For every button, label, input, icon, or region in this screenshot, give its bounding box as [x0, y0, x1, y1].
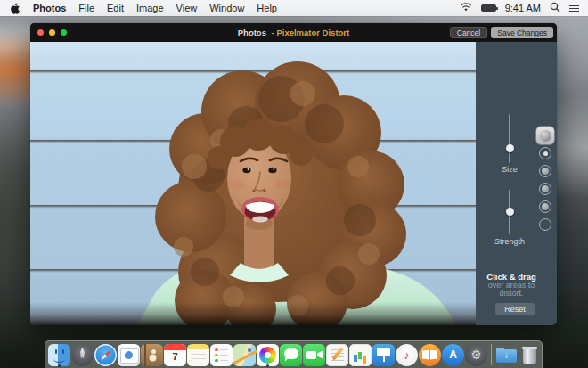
traffic-lights — [30, 29, 67, 36]
spotlight-search-icon[interactable] — [550, 2, 560, 14]
menu-app-name[interactable]: Photos — [33, 3, 66, 13]
restore-tool-icon — [539, 218, 551, 231]
pinch-tool-icon — [539, 147, 551, 159]
window-title-separator: - — [272, 28, 274, 37]
dock-reminders-icon[interactable] — [210, 344, 233, 366]
dock-calendar-icon[interactable]: 7 — [164, 344, 186, 366]
dock-messages-icon[interactable] — [280, 344, 302, 366]
dock-downloads-folder-icon[interactable]: ↓ — [495, 344, 518, 366]
dock-photos-icon[interactable] — [257, 344, 279, 366]
size-slider-label: Size — [481, 165, 538, 174]
dock-maps-icon[interactable] — [233, 344, 256, 366]
warp-tool-button[interactable] — [536, 198, 554, 216]
dock-safari-icon[interactable] — [94, 344, 117, 366]
music-note-icon: ♪ — [404, 348, 410, 362]
size-slider-track[interactable] — [509, 114, 510, 163]
hint-line-3: distort. — [476, 290, 547, 298]
save-changes-button[interactable]: Save Changes — [491, 27, 553, 38]
calendar-day-number: 7 — [164, 351, 186, 362]
bar-chart-icon — [354, 355, 357, 362]
apple-menu-icon[interactable] — [11, 3, 20, 14]
rocket-icon — [78, 348, 87, 363]
download-arrow-icon: ↓ — [495, 350, 518, 360]
twirl-right-tool-button[interactable] — [536, 180, 554, 198]
dock-notes-icon[interactable] — [187, 344, 209, 366]
dock-facetime-icon[interactable] — [303, 344, 325, 366]
bump-tool-button[interactable] — [536, 127, 554, 144]
strength-slider-thumb[interactable] — [506, 208, 514, 216]
desktop: Photos File Edit Image View Window Help … — [0, 0, 588, 368]
photos-running-indicator — [266, 364, 269, 367]
dock-numbers-icon[interactable] — [349, 344, 372, 366]
dock-ibooks-icon[interactable] — [419, 344, 441, 366]
photo-canvas[interactable] — [30, 42, 476, 325]
battery-icon[interactable] — [481, 4, 496, 12]
window-title-document: Pixelmator Distort — [276, 28, 349, 37]
menu-window[interactable]: Window — [209, 3, 244, 13]
twirl-right-tool-icon — [539, 183, 551, 195]
dock-launchpad-icon[interactable] — [71, 344, 94, 366]
menu-edit[interactable]: Edit — [107, 3, 124, 13]
strength-slider-label: Strength — [481, 237, 538, 246]
zoom-window-button[interactable] — [61, 29, 67, 36]
pixelmator-distort-window: Photos - Pixelmator Distort Cancel Save … — [30, 23, 557, 325]
menu-bar: Photos File Edit Image View Window Help … — [0, 0, 588, 16]
photo-subject-woman — [30, 42, 476, 325]
bump-tool-icon — [540, 130, 551, 142]
menu-file[interactable]: File — [78, 3, 94, 13]
dock-keynote-icon[interactable] — [372, 344, 395, 366]
close-window-button[interactable] — [37, 29, 44, 36]
reset-button[interactable]: Reset — [495, 303, 535, 315]
dock-separator — [491, 344, 492, 365]
cancel-button[interactable]: Cancel — [450, 27, 487, 38]
minimize-window-button[interactable] — [49, 29, 55, 36]
menu-view[interactable]: View — [176, 3, 198, 13]
distort-tool-sidebar: Size Strength Click & drag over areas to… — [476, 42, 557, 325]
wifi-icon[interactable] — [460, 3, 472, 14]
warp-tool-icon — [539, 200, 551, 213]
dock-system-preferences-icon[interactable]: ⚙ — [465, 344, 487, 366]
dock-finder-icon[interactable] — [48, 344, 70, 366]
notification-center-icon[interactable] — [569, 4, 579, 12]
menu-bar-clock[interactable]: 9:41 AM — [505, 3, 541, 13]
dock-itunes-icon[interactable]: ♪ — [396, 344, 418, 366]
dock: 7 ♪ A ⚙ ↓ — [45, 340, 543, 368]
size-slider-thumb[interactable] — [506, 144, 514, 152]
twirl-left-tool-icon — [539, 165, 551, 177]
usage-hint: Click & drag over areas to distort. — [476, 273, 547, 298]
menu-image[interactable]: Image — [136, 3, 164, 13]
finder-running-indicator — [58, 364, 61, 367]
appstore-letter: A — [449, 348, 457, 361]
dock-contacts-icon[interactable] — [141, 344, 163, 366]
pinch-tool-button[interactable] — [536, 144, 554, 162]
compass-needle-icon — [99, 348, 112, 362]
twirl-left-tool-button[interactable] — [536, 162, 554, 180]
window-title-app: Photos — [238, 28, 266, 37]
dock-trash-icon[interactable] — [519, 344, 541, 366]
restore-tool-button[interactable] — [536, 216, 554, 233]
dock-pages-icon[interactable] — [326, 344, 348, 366]
gear-icon: ⚙ — [470, 348, 482, 361]
photo-bottom-shadow — [30, 302, 476, 325]
window-titlebar[interactable]: Photos - Pixelmator Distort Cancel Save … — [30, 23, 557, 42]
menu-help[interactable]: Help — [257, 3, 277, 13]
dock-appstore-icon[interactable]: A — [442, 344, 464, 366]
dock-mail-icon[interactable] — [118, 344, 140, 366]
